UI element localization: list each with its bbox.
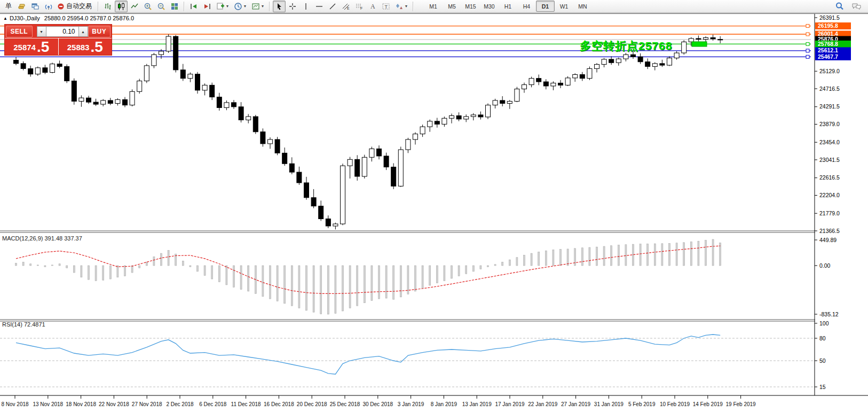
period-button[interactable]: ▼ bbox=[232, 1, 249, 12]
fibonacci-icon[interactable]: F bbox=[353, 1, 366, 12]
macd-signal-line bbox=[16, 246, 720, 293]
terminal-window-icon[interactable] bbox=[29, 1, 42, 12]
tile-windows-icon[interactable] bbox=[168, 1, 181, 12]
svg-text:F: F bbox=[360, 6, 362, 10]
axis-tick-label: 24716.5 bbox=[819, 85, 840, 92]
volume-decrease-button[interactable]: ▼ bbox=[37, 26, 46, 37]
price-level-badge-label: 25612.1 bbox=[818, 47, 838, 53]
toolbar-separator bbox=[269, 2, 270, 11]
timeframe-M15[interactable]: M15 bbox=[461, 1, 480, 12]
price-level-badge-label: 25467.7 bbox=[818, 53, 838, 60]
chat-icon[interactable] bbox=[850, 1, 863, 12]
axis-tick-label: 23041.5 bbox=[819, 157, 840, 163]
chart-shift-icon[interactable] bbox=[201, 1, 214, 12]
time-axis[interactable]: 8 Nov 201813 Nov 201818 Nov 201822 Nov 2… bbox=[1, 395, 756, 407]
chevron-down-icon: ▼ bbox=[261, 4, 265, 8]
trade-panel-controls: SELL ▼ ▲ BUY bbox=[5, 25, 112, 38]
timeframe-W1[interactable]: W1 bbox=[555, 1, 573, 12]
sell-price[interactable]: 25874.5 bbox=[5, 38, 58, 55]
time-axis-label: 5 Feb 2019 bbox=[628, 401, 656, 407]
axis-tick-label: 21779.0 bbox=[819, 210, 840, 216]
trade-panel-prices: 25874.5 25883.5 bbox=[5, 38, 112, 55]
volume-increase-button[interactable]: ▲ bbox=[78, 26, 88, 37]
new-chart-button[interactable]: ▼ bbox=[214, 1, 231, 12]
line-handle[interactable] bbox=[806, 55, 809, 58]
pivot-trend-marker[interactable] bbox=[692, 42, 707, 46]
time-axis-label: 25 Dec 2018 bbox=[330, 401, 360, 407]
timeframe-H4[interactable]: H4 bbox=[517, 1, 536, 12]
macd-indicator-label: MACD(12,26,9) 391.48 337.37 bbox=[2, 235, 82, 242]
rsi-indicator-label: RSI(14) 72.4871 bbox=[2, 321, 45, 328]
svg-text:T: T bbox=[385, 4, 388, 9]
time-axis-label: 6 Dec 2018 bbox=[199, 401, 227, 407]
time-axis-label: 14 Feb 2019 bbox=[693, 401, 723, 407]
toolbar-right-group bbox=[833, 1, 866, 12]
zoom-in-icon[interactable] bbox=[141, 1, 154, 12]
auto-trading-button[interactable]: 自动交易 bbox=[56, 1, 95, 12]
equidistant-channel-icon[interactable]: E bbox=[340, 1, 352, 12]
market-watch-icon[interactable] bbox=[15, 1, 28, 12]
toolbar-separator bbox=[98, 2, 99, 11]
horizontal-line-icon[interactable] bbox=[313, 1, 326, 12]
time-axis-label: 20 Dec 2018 bbox=[297, 401, 327, 407]
vertical-line-icon[interactable] bbox=[299, 1, 312, 12]
new-order-button[interactable]: 单 bbox=[2, 1, 15, 12]
timeframe-MN[interactable]: MN bbox=[573, 1, 592, 12]
rsi-pane bbox=[0, 335, 815, 387]
axis-tick-label: 22204.0 bbox=[819, 192, 840, 198]
time-axis-label: 10 Feb 2019 bbox=[660, 401, 690, 407]
chart-symbol-label: DJ30-,Daily bbox=[10, 15, 40, 21]
chart-candles-icon[interactable] bbox=[115, 1, 128, 12]
timeframe-H1[interactable]: H1 bbox=[499, 1, 517, 12]
time-axis-label: 22 Nov 2018 bbox=[99, 401, 129, 407]
axis-tick-label: 26391.5 bbox=[819, 14, 840, 21]
buy-button[interactable]: BUY bbox=[88, 26, 111, 37]
time-axis-label: 22 Jan 2019 bbox=[528, 401, 557, 407]
time-axis-label: 19 Feb 2019 bbox=[726, 401, 756, 407]
chart-title: ▲DJ30-,Daily25880.0 25954.0 25787.0 2587… bbox=[3, 15, 134, 21]
candlestick-series bbox=[14, 34, 723, 229]
shapes-button[interactable]: ▼ bbox=[393, 1, 410, 12]
volume-input[interactable] bbox=[46, 26, 78, 37]
time-axis-label: 8 Nov 2018 bbox=[1, 401, 29, 407]
auto-scroll-icon[interactable] bbox=[187, 1, 200, 12]
text-label-icon[interactable]: T bbox=[380, 1, 392, 12]
template-button[interactable]: ▼ bbox=[249, 1, 266, 12]
cursor-icon[interactable] bbox=[273, 1, 286, 12]
timeframe-D1[interactable]: D1 bbox=[536, 1, 555, 12]
axis-tick-label: 23879.0 bbox=[819, 121, 840, 127]
timeframe-M1[interactable]: M1 bbox=[424, 1, 443, 12]
crosshair-icon[interactable] bbox=[286, 1, 299, 12]
time-axis-label: 31 Jan 2019 bbox=[594, 401, 624, 407]
line-handle[interactable] bbox=[806, 49, 809, 52]
collapse-arrow-icon[interactable]: ▲ bbox=[3, 16, 7, 21]
text-icon[interactable]: A bbox=[366, 1, 379, 12]
search-icon[interactable] bbox=[833, 1, 846, 12]
line-handle[interactable] bbox=[806, 25, 809, 28]
timeframe-M30[interactable]: M30 bbox=[480, 1, 499, 12]
trendline-icon[interactable] bbox=[326, 1, 339, 12]
time-axis-label: 11 Dec 2018 bbox=[231, 401, 261, 407]
toolbar-separator bbox=[184, 2, 185, 11]
chart-bars-icon[interactable] bbox=[101, 1, 114, 12]
line-handle[interactable] bbox=[806, 42, 809, 45]
mt4-terminal: 26391.525129.024716.524291.523879.023454… bbox=[0, 0, 868, 412]
signal-icon[interactable] bbox=[42, 1, 55, 12]
time-axis-label: 13 Nov 2018 bbox=[33, 401, 63, 407]
price-level-badge-label: 25768.8 bbox=[818, 41, 838, 47]
line-handle[interactable] bbox=[806, 33, 809, 36]
rsi-line bbox=[16, 335, 720, 374]
time-axis-label: 17 Jan 2019 bbox=[495, 401, 524, 407]
svg-text:A: A bbox=[370, 3, 375, 10]
chart-line-icon[interactable] bbox=[128, 1, 141, 12]
timeframe-M5[interactable]: M5 bbox=[443, 1, 461, 12]
svg-text:E: E bbox=[347, 6, 350, 10]
pivot-annotation-text[interactable]: 多空转折点25768 bbox=[580, 38, 672, 53]
chevron-down-icon: ▼ bbox=[226, 4, 230, 8]
chart-canvas[interactable]: 26391.525129.024716.524291.523879.023454… bbox=[0, 0, 868, 412]
buy-price[interactable]: 25883.5 bbox=[59, 38, 112, 55]
zoom-out-icon[interactable] bbox=[155, 1, 168, 12]
sell-button[interactable]: SELL bbox=[6, 26, 33, 37]
axis-tick-label: 100 bbox=[819, 320, 829, 327]
time-axis-label: 3 Jan 2019 bbox=[398, 401, 424, 407]
